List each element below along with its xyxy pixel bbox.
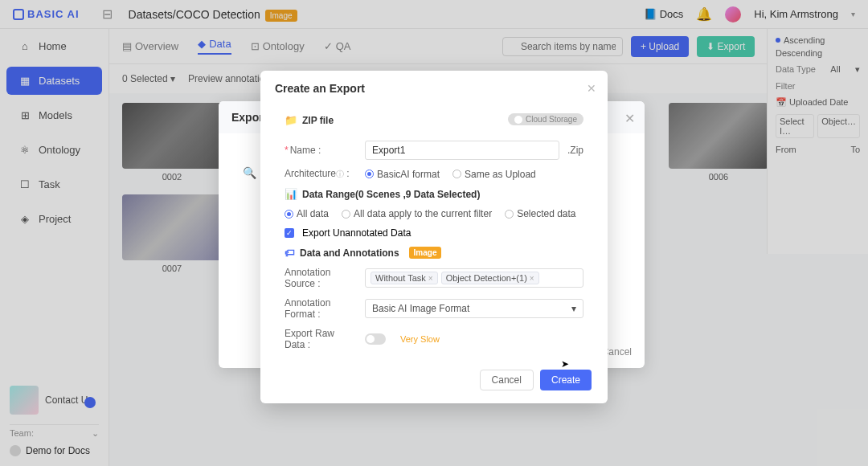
range-section-label: Data Range(0 Scenes ,9 Data Selected) [302, 189, 480, 200]
cursor-icon: ➤ [561, 358, 569, 370]
raw-label: Export Raw Data : [285, 328, 357, 350]
chevron-down-icon: ▾ [571, 303, 576, 314]
search-icon: 🔍 [243, 166, 256, 179]
name-label: *Name : [285, 145, 357, 156]
folder-icon: 📁 [285, 114, 297, 126]
file-ext: .Zip [567, 145, 583, 156]
architecture-label: Architectureⓘ : [285, 168, 357, 180]
close-icon[interactable]: ✕ [587, 82, 596, 95]
cancel-button[interactable]: Cancel [480, 370, 534, 390]
range-icon: 📊 [285, 188, 297, 200]
range-all[interactable]: All data [285, 208, 329, 219]
annotations-icon: 🏷 [285, 247, 295, 259]
source-label: Annotation Source : [285, 267, 357, 289]
modal-title: Create an Export [260, 71, 608, 106]
format-select[interactable]: Basic AI Image Format▾ [365, 299, 583, 318]
close-icon[interactable]: ✕ [624, 111, 635, 126]
cloud-storage-toggle[interactable]: Cloud Storage [508, 113, 583, 125]
source-tags[interactable]: Without Task× Object Detection+(1)× [365, 268, 583, 288]
tag-remove[interactable]: × [530, 274, 534, 283]
info-icon[interactable]: ⓘ [336, 170, 344, 178]
tag: Object Detection+(1)× [441, 272, 539, 284]
tag-remove[interactable]: × [428, 274, 433, 283]
name-input[interactable] [365, 141, 559, 160]
tag: Without Task× [371, 272, 438, 284]
create-export-modal: Create an Export ✕ 📁ZIP file Cloud Stora… [260, 71, 608, 403]
annotations-section-label: Data and Annotations [300, 247, 399, 259]
arch-same-upload[interactable]: Same as Upload [452, 169, 536, 180]
raw-toggle[interactable] [365, 333, 386, 345]
arch-basicai[interactable]: BasicAI format [365, 169, 440, 180]
format-label: Annotation Format : [285, 297, 357, 320]
zip-section-label: ZIP file [302, 115, 334, 126]
image-badge: Image [409, 247, 442, 259]
range-filter[interactable]: All data apply to the current filter [342, 208, 492, 219]
export-unannotated-label: Export Unannotated Data [302, 227, 411, 239]
create-button[interactable]: Create [540, 370, 592, 390]
export-unannotated-checkbox[interactable]: ✓ [285, 228, 294, 238]
range-selected[interactable]: Selected data [505, 208, 575, 219]
slow-label: Very Slow [400, 334, 440, 344]
